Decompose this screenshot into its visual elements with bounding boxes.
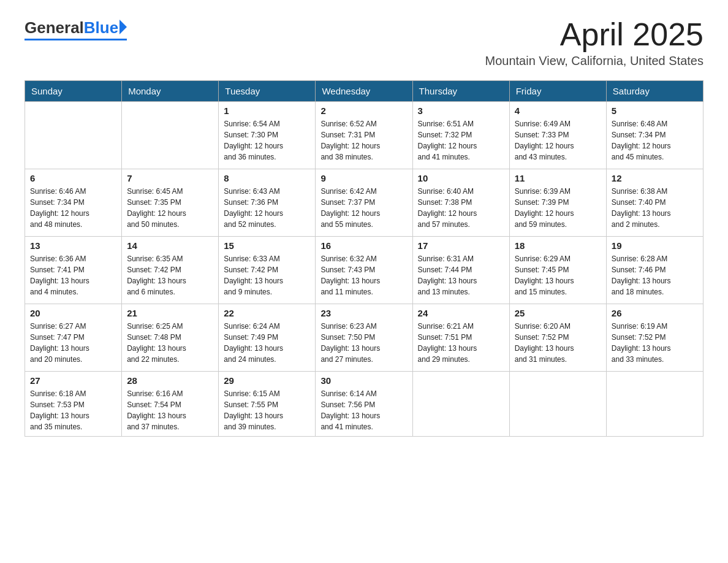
day-number: 10 <box>418 173 504 183</box>
day-info: Sunrise: 6:28 AM Sunset: 7:46 PM Dayligh… <box>612 253 698 297</box>
day-number: 3 <box>418 105 504 116</box>
logo-underline <box>25 39 127 40</box>
day-info: Sunrise: 6:46 AM Sunset: 7:34 PM Dayligh… <box>30 186 116 230</box>
calendar-cell <box>509 372 606 437</box>
day-info: Sunrise: 6:52 AM Sunset: 7:31 PM Dayligh… <box>320 118 407 163</box>
column-header-tuesday: Tuesday <box>219 81 316 102</box>
day-number: 22 <box>224 308 310 318</box>
calendar-cell: 4Sunrise: 6:49 AM Sunset: 7:33 PM Daylig… <box>509 102 606 169</box>
day-info: Sunrise: 6:21 AM Sunset: 7:51 PM Dayligh… <box>418 321 504 365</box>
calendar-cell: 11Sunrise: 6:39 AM Sunset: 7:39 PM Dayli… <box>509 169 606 237</box>
calendar-cell: 28Sunrise: 6:16 AM Sunset: 7:54 PM Dayli… <box>122 372 219 437</box>
day-info: Sunrise: 6:48 AM Sunset: 7:34 PM Dayligh… <box>612 118 698 163</box>
calendar-cell: 26Sunrise: 6:19 AM Sunset: 7:52 PM Dayli… <box>606 304 703 372</box>
month-title: April 2025 <box>485 18 704 50</box>
calendar-cell <box>25 102 122 169</box>
day-number: 18 <box>515 240 601 251</box>
calendar-week-row: 27Sunrise: 6:18 AM Sunset: 7:53 PM Dayli… <box>25 372 703 437</box>
day-info: Sunrise: 6:27 AM Sunset: 7:47 PM Dayligh… <box>30 321 116 365</box>
day-number: 26 <box>612 308 698 318</box>
calendar-table: SundayMondayTuesdayWednesdayThursdayFrid… <box>25 80 703 437</box>
calendar-cell: 2Sunrise: 6:52 AM Sunset: 7:31 PM Daylig… <box>316 102 412 169</box>
day-info: Sunrise: 6:32 AM Sunset: 7:43 PM Dayligh… <box>320 253 407 297</box>
day-number: 8 <box>224 173 310 183</box>
calendar-cell: 18Sunrise: 6:29 AM Sunset: 7:45 PM Dayli… <box>509 237 606 304</box>
calendar-cell: 9Sunrise: 6:42 AM Sunset: 7:37 PM Daylig… <box>316 169 412 237</box>
logo-blue-text: Blue <box>84 18 118 37</box>
calendar-cell: 12Sunrise: 6:38 AM Sunset: 7:40 PM Dayli… <box>606 169 703 237</box>
day-number: 5 <box>612 105 698 116</box>
day-info: Sunrise: 6:24 AM Sunset: 7:49 PM Dayligh… <box>224 321 310 365</box>
column-header-saturday: Saturday <box>606 81 703 102</box>
day-number: 25 <box>515 308 601 318</box>
day-info: Sunrise: 6:39 AM Sunset: 7:39 PM Dayligh… <box>515 186 601 230</box>
day-number: 11 <box>515 173 601 183</box>
day-number: 27 <box>30 375 116 386</box>
column-header-wednesday: Wednesday <box>316 81 412 102</box>
calendar-cell: 8Sunrise: 6:43 AM Sunset: 7:36 PM Daylig… <box>219 169 316 237</box>
day-info: Sunrise: 6:51 AM Sunset: 7:32 PM Dayligh… <box>418 118 504 163</box>
day-number: 24 <box>418 308 504 318</box>
day-number: 9 <box>320 173 407 183</box>
day-number: 21 <box>127 308 213 318</box>
day-info: Sunrise: 6:15 AM Sunset: 7:55 PM Dayligh… <box>224 388 310 432</box>
day-info: Sunrise: 6:54 AM Sunset: 7:30 PM Dayligh… <box>224 118 310 163</box>
day-info: Sunrise: 6:49 AM Sunset: 7:33 PM Dayligh… <box>515 118 601 163</box>
day-info: Sunrise: 6:20 AM Sunset: 7:52 PM Dayligh… <box>515 321 601 365</box>
day-number: 16 <box>320 240 407 251</box>
day-number: 20 <box>30 308 116 318</box>
day-number: 29 <box>224 375 310 386</box>
calendar-cell: 3Sunrise: 6:51 AM Sunset: 7:32 PM Daylig… <box>412 102 509 169</box>
calendar-cell: 21Sunrise: 6:25 AM Sunset: 7:48 PM Dayli… <box>122 304 219 372</box>
day-number: 1 <box>224 105 310 116</box>
day-info: Sunrise: 6:43 AM Sunset: 7:36 PM Dayligh… <box>224 186 310 230</box>
column-header-sunday: Sunday <box>25 81 122 102</box>
calendar-cell: 17Sunrise: 6:31 AM Sunset: 7:44 PM Dayli… <box>412 237 509 304</box>
calendar-cell: 10Sunrise: 6:40 AM Sunset: 7:38 PM Dayli… <box>412 169 509 237</box>
day-info: Sunrise: 6:19 AM Sunset: 7:52 PM Dayligh… <box>612 321 698 365</box>
calendar-cell: 23Sunrise: 6:23 AM Sunset: 7:50 PM Dayli… <box>316 304 412 372</box>
day-info: Sunrise: 6:45 AM Sunset: 7:35 PM Dayligh… <box>127 186 213 230</box>
calendar-header-row: SundayMondayTuesdayWednesdayThursdayFrid… <box>25 81 703 102</box>
day-info: Sunrise: 6:35 AM Sunset: 7:42 PM Dayligh… <box>127 253 213 297</box>
calendar-cell: 24Sunrise: 6:21 AM Sunset: 7:51 PM Dayli… <box>412 304 509 372</box>
column-header-friday: Friday <box>509 81 606 102</box>
calendar-cell: 16Sunrise: 6:32 AM Sunset: 7:43 PM Dayli… <box>316 237 412 304</box>
calendar-cell: 15Sunrise: 6:33 AM Sunset: 7:42 PM Dayli… <box>219 237 316 304</box>
day-number: 15 <box>224 240 310 251</box>
location-title: Mountain View, California, United States <box>485 54 704 68</box>
day-number: 2 <box>320 105 407 116</box>
calendar-week-row: 20Sunrise: 6:27 AM Sunset: 7:47 PM Dayli… <box>25 304 703 372</box>
column-header-thursday: Thursday <box>412 81 509 102</box>
day-info: Sunrise: 6:23 AM Sunset: 7:50 PM Dayligh… <box>320 321 407 365</box>
day-number: 30 <box>320 375 407 386</box>
calendar-cell: 7Sunrise: 6:45 AM Sunset: 7:35 PM Daylig… <box>122 169 219 237</box>
day-info: Sunrise: 6:31 AM Sunset: 7:44 PM Dayligh… <box>418 253 504 297</box>
day-info: Sunrise: 6:42 AM Sunset: 7:37 PM Dayligh… <box>320 186 407 230</box>
calendar-cell: 13Sunrise: 6:36 AM Sunset: 7:41 PM Dayli… <box>25 237 122 304</box>
calendar-cell: 22Sunrise: 6:24 AM Sunset: 7:49 PM Dayli… <box>219 304 316 372</box>
day-info: Sunrise: 6:40 AM Sunset: 7:38 PM Dayligh… <box>418 186 504 230</box>
day-number: 7 <box>127 173 213 183</box>
calendar-cell <box>606 372 703 437</box>
calendar-week-row: 6Sunrise: 6:46 AM Sunset: 7:34 PM Daylig… <box>25 169 703 237</box>
logo-general-text: General <box>25 18 84 37</box>
calendar-cell: 25Sunrise: 6:20 AM Sunset: 7:52 PM Dayli… <box>509 304 606 372</box>
calendar-week-row: 13Sunrise: 6:36 AM Sunset: 7:41 PM Dayli… <box>25 237 703 304</box>
day-info: Sunrise: 6:14 AM Sunset: 7:56 PM Dayligh… <box>320 388 407 432</box>
day-number: 14 <box>127 240 213 251</box>
day-info: Sunrise: 6:38 AM Sunset: 7:40 PM Dayligh… <box>612 186 698 230</box>
day-number: 23 <box>320 308 407 318</box>
day-number: 6 <box>30 173 116 183</box>
calendar-cell: 6Sunrise: 6:46 AM Sunset: 7:34 PM Daylig… <box>25 169 122 237</box>
calendar-cell <box>412 372 509 437</box>
day-number: 28 <box>127 375 213 386</box>
title-section: April 2025 Mountain View, California, Un… <box>485 18 704 68</box>
day-info: Sunrise: 6:36 AM Sunset: 7:41 PM Dayligh… <box>30 253 116 297</box>
calendar-cell: 19Sunrise: 6:28 AM Sunset: 7:46 PM Dayli… <box>606 237 703 304</box>
page-header: General Blue April 2025 Mountain View, C… <box>25 18 703 68</box>
calendar-cell: 14Sunrise: 6:35 AM Sunset: 7:42 PM Dayli… <box>122 237 219 304</box>
calendar-cell: 5Sunrise: 6:48 AM Sunset: 7:34 PM Daylig… <box>606 102 703 169</box>
logo-triangle-icon <box>119 20 127 34</box>
calendar-week-row: 1Sunrise: 6:54 AM Sunset: 7:30 PM Daylig… <box>25 102 703 169</box>
